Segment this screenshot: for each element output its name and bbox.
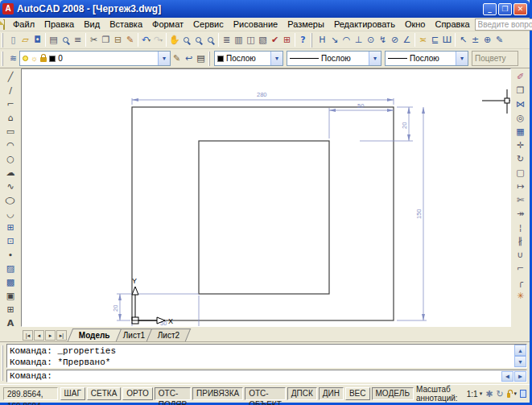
insert-block-button[interactable]: ⊞ bbox=[3, 221, 19, 234]
tab-nav-button-1[interactable]: ◂ bbox=[34, 330, 44, 341]
dim-center-mark-button[interactable]: ⊕ bbox=[481, 32, 493, 48]
lineweight-combo[interactable]: Послою ▾ bbox=[385, 51, 468, 66]
toggle-сетка[interactable]: СЕТКА bbox=[87, 387, 122, 400]
toggle-вес[interactable]: ВЕС bbox=[345, 387, 370, 400]
scale-button[interactable]: ▢ bbox=[513, 166, 528, 180]
toggle-привязка[interactable]: ПРИВЯЗКА bbox=[192, 387, 243, 400]
region-button[interactable]: ▣ bbox=[3, 289, 19, 303]
markup-set-manager-button[interactable]: ✔ bbox=[269, 32, 281, 48]
layer-previous-button[interactable]: ↩ bbox=[183, 51, 195, 66]
sheet-set-manager-button[interactable]: ▧ bbox=[257, 32, 269, 48]
ellipse-arc-button[interactable]: ◡ bbox=[3, 207, 19, 221]
dim-top-right-width[interactable]: 50 bbox=[357, 102, 364, 110]
menu-вставка[interactable]: Вставка bbox=[105, 19, 147, 30]
arc-button[interactable]: ◠ bbox=[3, 138, 19, 152]
fillet-button[interactable]: ╭ bbox=[513, 275, 528, 289]
break-at-point-button[interactable]: ¦ bbox=[513, 221, 528, 234]
make-object-layer-current-button[interactable]: ✎ bbox=[171, 51, 183, 66]
tab-nav-button-2[interactable]: ▸ bbox=[45, 330, 56, 341]
layer-properties-manager-button[interactable]: ≋ bbox=[7, 51, 19, 66]
annotation-visibility-icon[interactable]: ✱ bbox=[485, 389, 493, 399]
copy-object-button[interactable]: ❐ bbox=[513, 84, 528, 97]
command-scrollbar[interactable]: ▲ ▼ bbox=[514, 345, 526, 367]
layer-combo[interactable]: ☼ 0 ▾ bbox=[19, 51, 171, 66]
plot-button[interactable]: ▤ bbox=[47, 32, 60, 48]
join-button[interactable]: ∪ bbox=[513, 248, 528, 262]
menu-редактировать[interactable]: Редактировать bbox=[329, 19, 400, 30]
toolbar-lock-icon[interactable] bbox=[507, 393, 511, 398]
circle-button[interactable]: ○ bbox=[3, 152, 19, 166]
toggle-шаг[interactable]: ШАГ bbox=[60, 387, 85, 400]
redo-button[interactable]: ↷▾ bbox=[152, 32, 164, 48]
mirror-button[interactable]: ⋈ bbox=[513, 97, 528, 111]
menu-размеры[interactable]: Размеры bbox=[282, 19, 329, 30]
spline-button[interactable]: ∿ bbox=[3, 180, 19, 193]
dim-aligned-button[interactable]: ↘ bbox=[328, 32, 340, 48]
dim-jogged-button[interactable]: ↯ bbox=[377, 32, 389, 48]
dim-diameter-button[interactable]: ⊘ bbox=[389, 32, 401, 48]
dim-arc-length-button[interactable]: ◠ bbox=[340, 32, 353, 48]
menu-формат[interactable]: Формат bbox=[147, 19, 188, 30]
help-search-input[interactable] bbox=[475, 19, 532, 31]
cut-button[interactable]: ✂ bbox=[88, 32, 100, 48]
menu-вид[interactable]: Вид bbox=[79, 19, 105, 30]
line-button[interactable]: ╱ bbox=[3, 70, 19, 84]
toggle-дин[interactable]: ДИН bbox=[319, 387, 344, 400]
explode-button[interactable]: ✳ bbox=[513, 289, 528, 303]
command-window-grip[interactable] bbox=[2, 345, 4, 381]
quick-leader-button[interactable]: ↖ bbox=[457, 32, 469, 48]
app-icon[interactable]: A bbox=[2, 3, 14, 14]
dim-baseline-button[interactable]: ⊑ bbox=[429, 32, 441, 48]
menu-рисование[interactable]: Рисование bbox=[229, 19, 282, 30]
toggle-орто[interactable]: ОРТО bbox=[122, 387, 152, 400]
model-space[interactable]: 280 50 20 150 bbox=[22, 69, 511, 327]
tab-nav-button-0[interactable]: |◂ bbox=[23, 330, 33, 341]
quick-calc-button[interactable]: ⊞ bbox=[281, 32, 293, 48]
scroll-right-button[interactable]: ▶ bbox=[514, 371, 526, 382]
command-window[interactable]: Команда: _propertiesКоманда: *Прервано* … bbox=[0, 342, 530, 384]
dim-total-width[interactable]: 280 bbox=[257, 91, 267, 98]
multiline-text-button[interactable]: A bbox=[3, 316, 19, 327]
rectangle-button[interactable]: ▭ bbox=[3, 125, 19, 138]
match-properties-button[interactable]: ✎ bbox=[124, 32, 136, 48]
point-button[interactable]: ∙ bbox=[3, 248, 19, 262]
toggle-модель[interactable]: МОДЕЛЬ bbox=[372, 387, 414, 400]
extend-button[interactable]: ↠ bbox=[513, 207, 528, 221]
minimize-button[interactable]: _ bbox=[483, 3, 497, 15]
undo-dropdown[interactable]: ▾ bbox=[148, 37, 151, 43]
toggle-дпск[interactable]: ДПСК bbox=[287, 387, 317, 400]
paste-button[interactable]: ⊟ bbox=[112, 32, 124, 48]
hatch-button[interactable]: ▨ bbox=[3, 262, 19, 275]
lineweight-combo-arrow[interactable]: ▾ bbox=[456, 52, 468, 65]
undo-button[interactable]: ↶▾ bbox=[140, 32, 152, 48]
dimensions[interactable]: 280 50 20 150 bbox=[112, 91, 427, 327]
design-center-button[interactable]: ▥ bbox=[233, 32, 245, 48]
maximize-button[interactable]: ❐ bbox=[498, 3, 512, 15]
pan-realtime-button[interactable]: ✋ bbox=[168, 32, 180, 48]
dim-ordinate-button[interactable]: ⊥ bbox=[353, 32, 365, 48]
zoom-window-button[interactable] bbox=[192, 32, 204, 48]
coordinate-readout[interactable]: 289.8564, 160.8604, 0.0000 bbox=[3, 387, 58, 400]
toggle-отс-поляр[interactable]: ОТС-ПОЛЯР bbox=[155, 387, 191, 400]
layer-states-manager-button[interactable]: ▤ bbox=[195, 51, 207, 66]
new-file-button[interactable]: ▯ bbox=[7, 32, 19, 48]
scroll-left-button[interactable]: ◀ bbox=[501, 371, 513, 382]
toolbar-grip[interactable] bbox=[2, 52, 6, 66]
dim-linear-button[interactable]: Н bbox=[316, 32, 328, 48]
close-button[interactable]: ✕ bbox=[513, 3, 527, 15]
color-combo-arrow[interactable]: ▾ bbox=[270, 52, 282, 65]
dim-continue-button[interactable]: Ш bbox=[441, 32, 453, 48]
break-button[interactable]: ∦ bbox=[513, 234, 528, 248]
quick-dimension-button[interactable]: ≍ bbox=[417, 32, 429, 48]
toolbar-grip[interactable] bbox=[2, 33, 6, 48]
rotate-button[interactable]: ↻ bbox=[513, 152, 528, 166]
clean-screen-icon[interactable] bbox=[520, 390, 526, 398]
linetype-combo[interactable]: Послою ▾ bbox=[287, 51, 381, 66]
toggle-отс-объект[interactable]: ОТС-ОБЪЕКТ bbox=[245, 387, 286, 400]
status-menu-arrow-icon[interactable]: ▾ bbox=[513, 391, 517, 397]
toolbar-grip[interactable] bbox=[208, 52, 212, 66]
revision-cloud-button[interactable]: ☁ bbox=[3, 166, 19, 180]
ellipse-button[interactable]: ○ bbox=[3, 193, 19, 207]
redo-dropdown[interactable]: ▾ bbox=[160, 37, 163, 43]
annotation-autoscale-icon[interactable]: ↻ bbox=[496, 389, 503, 399]
